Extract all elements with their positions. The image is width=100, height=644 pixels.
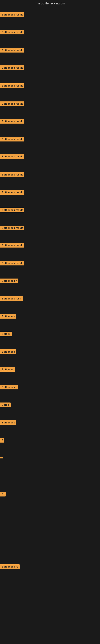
bottleneck-badge[interactable]: Bottleneck result [0,208,24,212]
site-title: TheBottlenecker.com [0,0,100,7]
bottleneck-item: Bottleneck result [0,243,24,248]
bottleneck-item [0,456,3,459]
bottleneck-item: Bottleneck result [0,102,24,107]
bottleneck-badge[interactable]: Bottleneck r [0,278,18,283]
bottleneck-badge[interactable]: Bottleneck result [0,66,24,70]
bottleneck-badge[interactable]: Bottleneck result [0,48,24,52]
bottleneck-badge[interactable]: Bottleneck [0,314,16,318]
bottleneck-item: Bottleneck r [0,278,18,284]
bottleneck-item: Bottleneck result [0,208,24,213]
bottleneck-badge[interactable]: Bottleneck result [0,30,24,34]
bottleneck-badge[interactable] [0,457,3,458]
bottleneck-badge[interactable]: Bottleneck result [0,190,24,194]
bottleneck-badge[interactable]: Bottleneck result [0,243,24,248]
bottleneck-badge[interactable]: Bottleneck result [0,102,24,106]
bottleneck-badge[interactable]: Bottle [0,402,11,407]
bottleneck-badge[interactable]: Bottleneck re [0,564,20,569]
bottleneck-badge[interactable]: Bottleneck result [0,119,24,124]
bottleneck-badge[interactable]: Bottlenec [0,367,15,372]
bottleneck-item: Bottleneck result [0,226,24,231]
bottleneck-badge[interactable]: Bottleneck result [0,261,24,266]
bottleneck-item: Bottle [0,402,11,408]
bottleneck-item: Bottleneck result [0,66,24,71]
bottleneck-item: Bottleneck result [0,83,24,89]
bottleneck-badge[interactable]: Bottleneck result [0,83,24,88]
bottleneck-item: Bottleneck result [0,119,24,124]
bottleneck-item: Bottleneck result [0,261,24,266]
bottleneck-item: Bottleneck result [0,172,24,178]
bottleneck-badge[interactable]: Bottlen [0,332,12,336]
bottleneck-badge[interactable]: Bottleneck r [0,385,18,390]
bottleneck-item: Bottleneck result [0,12,24,18]
bottleneck-badge[interactable]: Bottleneck result [0,137,24,142]
bottleneck-badge[interactable]: Bottleneck result [0,172,24,177]
bottleneck-item: Bottleneck [0,420,16,426]
bottleneck-item: Bottleneck [0,349,16,355]
bottleneck-badge[interactable]: Bottleneck [0,349,16,354]
bottleneck-item: Bottleneck result [0,154,24,160]
bottleneck-item: Bottleneck r [0,385,18,390]
bottleneck-badge[interactable]: Bottleneck result [0,226,24,230]
bottleneck-item: Bottleneck re [0,564,20,570]
bottleneck-badge[interactable]: B [0,438,4,442]
bottleneck-item: B [0,438,4,443]
bottleneck-badge[interactable]: Bottleneck [0,420,16,425]
bottleneck-badge[interactable]: Bottleneck resu [0,296,23,301]
bottleneck-item: Bottleneck result [0,30,24,35]
bottleneck-item: Bottleneck [0,314,16,320]
bottleneck-badge[interactable]: Bo [0,492,6,496]
bottleneck-item: Bottleneck result [0,48,24,53]
bottleneck-item: Bottlen [0,332,12,337]
bottleneck-item: Bottleneck result [0,190,24,196]
bottleneck-badge[interactable]: Bottleneck result [0,154,24,159]
bottleneck-item: Bottleneck result [0,137,24,142]
bottleneck-item: Bottleneck resu [0,296,23,302]
bottleneck-item: Bottlenec [0,367,15,372]
bottleneck-item: Bo [0,492,6,497]
bottleneck-badge[interactable]: Bottleneck result [0,12,24,17]
